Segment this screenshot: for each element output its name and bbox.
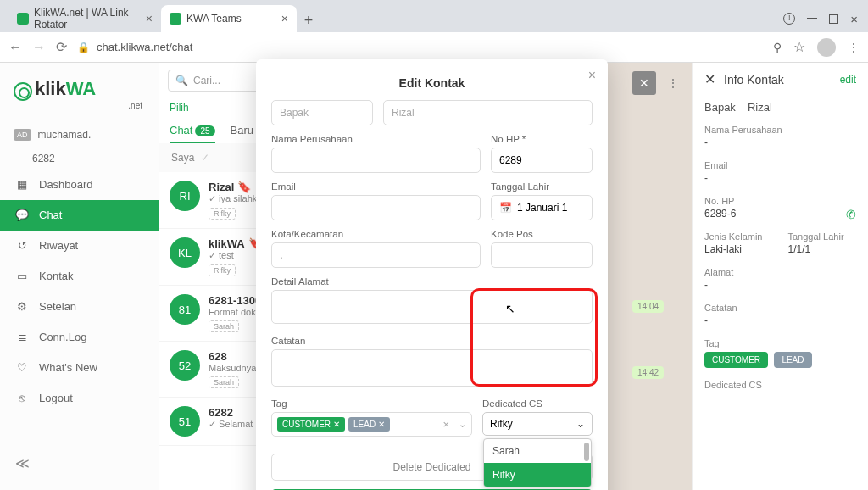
msg-time: 14:42 <box>632 366 664 379</box>
city-input[interactable] <box>271 242 481 268</box>
msg-time: 14:04 <box>632 300 664 313</box>
favicon-icon <box>170 13 181 25</box>
avatar: RI <box>170 181 200 211</box>
tag-customer: CUSTOMER <box>704 352 768 368</box>
avatar: 52 <box>170 350 200 381</box>
tab-baru[interactable]: Baru <box>231 124 253 143</box>
nav-riwayat[interactable]: ↺Riwayat <box>0 231 159 261</box>
address-input[interactable] <box>271 290 593 324</box>
nav-dashboard[interactable]: ▦Dashboard <box>0 170 159 200</box>
browser-tab[interactable]: KlikWA.net | WA Link Rotator × <box>8 5 161 32</box>
key-icon[interactable]: ⚲ <box>773 41 782 54</box>
grid-icon: ▦ <box>15 178 29 192</box>
scrollbar[interactable] <box>584 443 589 461</box>
nav-connlog[interactable]: ≣Conn.Log <box>0 322 159 353</box>
logo-icon <box>14 82 32 101</box>
nav-logout[interactable]: ⎋Logout <box>0 383 159 414</box>
calendar-icon: 📅 <box>499 202 512 214</box>
nav-kontak[interactable]: ▭Kontak <box>0 261 159 292</box>
user-phone: 6282 <box>0 148 159 170</box>
browser-address-bar: ← → ⟳ 🔒 chat.klikwa.net/chat ⚲ ☆ ⋮ <box>0 32 868 63</box>
dcs-option-sarah[interactable]: Sarah <box>484 439 591 463</box>
whatsapp-icon[interactable]: ✆ <box>846 208 856 221</box>
tab-title: KWA Teams <box>186 13 242 25</box>
url-field[interactable]: 🔒 chat.klikwa.net/chat <box>77 41 763 53</box>
company-input[interactable] <box>271 148 481 173</box>
nav-chat[interactable]: 💬Chat <box>0 200 159 231</box>
remove-icon: ✕ <box>333 420 340 429</box>
search-icon: 🔍 <box>175 75 188 86</box>
history-icon: ↺ <box>15 239 29 253</box>
modal-title: Edit Kontak <box>271 71 593 100</box>
close-icon[interactable]: × <box>281 12 288 25</box>
remove-icon: ✕ <box>378 420 385 429</box>
contact-info-panel: ✕ Info Kontak edit BapakRizal Nama Perus… <box>692 63 868 490</box>
logout-icon: ⎋ <box>15 392 29 405</box>
more-icon[interactable]: ⋮ <box>661 71 685 95</box>
contacts-icon: ▭ <box>15 270 29 283</box>
chevron-down-icon[interactable]: ⌄ <box>453 419 466 430</box>
dedicated-cs-dropdown: Sarah Rifky <box>483 438 592 487</box>
chevron-down-icon: ⌄ <box>576 418 585 430</box>
dcs-option-rifky[interactable]: Rifky <box>484 463 591 487</box>
email-input[interactable] <box>271 195 481 220</box>
chat-icon: 💬 <box>15 209 29 222</box>
dedicated-cs-select[interactable]: Rifky ⌄ Sarah Rifky <box>482 412 593 436</box>
browser-tab-active[interactable]: KWA Teams × <box>161 5 297 32</box>
user-info[interactable]: AD muchamad. <box>0 122 159 148</box>
nav-setelan[interactable]: ⚙Setelan <box>0 292 159 322</box>
lock-icon: 🔒 <box>77 42 90 53</box>
gear-icon: ⚙ <box>15 300 29 314</box>
avatar: 51 <box>170 406 200 437</box>
tag-select[interactable]: CUSTOMER✕ LEAD✕ × ⌄ <box>271 412 472 437</box>
edit-contact-modal: × Edit Kontak Nama Perusahaan No HP * Em… <box>256 59 608 490</box>
notes-input[interactable] <box>271 349 593 387</box>
star-icon[interactable]: ☆ <box>793 39 805 55</box>
tag-icon: 🔖 <box>237 181 251 193</box>
user-name: muchamad. <box>38 129 92 141</box>
window-close-icon[interactable]: × <box>850 12 858 26</box>
info-icon[interactable]: ! <box>783 13 795 25</box>
edit-link[interactable]: edit <box>840 74 856 86</box>
postal-input[interactable] <box>491 242 593 268</box>
forward-icon[interactable]: → <box>32 40 46 55</box>
close-icon[interactable]: × <box>146 12 153 25</box>
user-badge: AD <box>14 129 31 141</box>
new-tab-button[interactable]: + <box>297 8 320 32</box>
collapse-sidebar-icon[interactable]: ≪ <box>0 445 159 482</box>
modal-close-icon[interactable]: × <box>588 68 596 83</box>
check-icon: ✓ <box>201 152 209 164</box>
title-select[interactable] <box>271 100 373 125</box>
profile-icon[interactable] <box>817 38 836 57</box>
sidebar: klikWA .net AD muchamad. 6282 ▦Dashboard… <box>0 63 159 490</box>
nav-whatsnew[interactable]: ♡What's New <box>0 353 159 383</box>
menu-icon[interactable]: ⋮ <box>848 41 860 54</box>
minimize-icon[interactable] <box>807 18 817 19</box>
avatar: 81 <box>170 294 200 325</box>
browser-tab-strip: KlikWA.net | WA Link Rotator × KWA Teams… <box>0 0 868 32</box>
reload-icon[interactable]: ⟳ <box>56 39 67 55</box>
archive-icon[interactable]: ✕ <box>632 71 656 95</box>
back-icon[interactable]: ← <box>8 40 22 55</box>
avatar: KL <box>170 237 200 268</box>
tag-chip-customer[interactable]: CUSTOMER✕ <box>277 417 345 432</box>
clear-icon[interactable]: × <box>442 418 449 431</box>
log-icon: ≣ <box>15 331 29 344</box>
close-icon[interactable]: ✕ <box>704 71 715 87</box>
phone-input[interactable] <box>491 148 593 173</box>
name-input[interactable] <box>383 100 593 125</box>
tab-chat[interactable]: Chat25 <box>170 124 215 143</box>
tab-badge: 25 <box>195 125 214 136</box>
heart-icon: ♡ <box>15 361 29 375</box>
tag-chip-lead[interactable]: LEAD✕ <box>348 417 390 432</box>
dob-input[interactable]: 📅1 Januari 1 <box>491 195 593 220</box>
maximize-icon[interactable] <box>829 14 838 24</box>
logo-suffix: .net <box>14 101 146 110</box>
panel-title: Info Kontak <box>724 73 832 86</box>
tag-lead: LEAD <box>774 352 811 368</box>
url-text: chat.klikwa.net/chat <box>97 41 192 53</box>
favicon-icon <box>17 13 29 25</box>
tab-title: KlikWA.net | WA Link Rotator <box>34 7 141 31</box>
logo: klikWA .net <box>0 71 159 122</box>
